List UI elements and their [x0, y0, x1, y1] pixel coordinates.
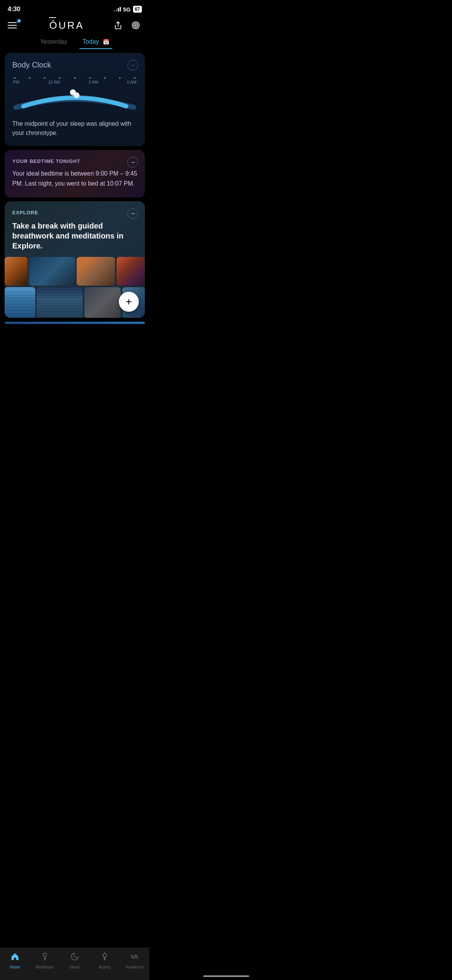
plus-icon: + — [126, 296, 132, 307]
main-content: Body Clock → PM 12 AM 3 AM — [0, 53, 150, 362]
explore-image-5[interactable] — [5, 287, 35, 318]
signal-bars — [114, 7, 121, 12]
body-clock-title: Body Clock — [12, 61, 137, 69]
target-button[interactable] — [130, 19, 142, 31]
menu-line-3 — [8, 28, 17, 28]
network-label: 5G — [123, 6, 131, 13]
menu-line-1 — [8, 22, 17, 23]
timeline-dot — [104, 77, 106, 79]
svg-point-2 — [134, 23, 138, 28]
explore-image-2[interactable] — [29, 257, 75, 286]
svg-point-3 — [135, 25, 136, 26]
explore-title: Take a break with guided breathwork and … — [12, 221, 137, 251]
bedtime-description: Your ideal bedtime is between 9:00 PM – … — [12, 169, 137, 188]
timeline-dot — [29, 77, 31, 79]
time-label-pm: PM — [13, 80, 20, 84]
status-right: 5G 67 — [114, 6, 142, 13]
timeline-dot — [119, 77, 121, 79]
share-button[interactable] — [112, 19, 124, 31]
explore-image-4[interactable] — [117, 257, 145, 286]
bedtime-arrow[interactable]: → — [127, 157, 138, 168]
explore-image-7[interactable] — [84, 287, 121, 318]
time-label-12am: 12 AM — [48, 80, 60, 84]
tab-today[interactable]: Today 📅 — [82, 38, 109, 49]
signal-bar-2 — [116, 9, 117, 12]
nav-tabs: Yesterday Today 📅 — [0, 37, 150, 49]
timeline-dot — [89, 77, 91, 79]
body-clock-arrow[interactable]: → — [127, 60, 138, 71]
time-label-3am: 3 AM — [89, 80, 98, 84]
signal-bar-3 — [118, 8, 119, 12]
svg-point-5 — [74, 92, 79, 98]
time-label-6am: 6 AM — [127, 80, 136, 84]
timeline-dot — [134, 77, 136, 79]
bedtime-title: YOUR BEDTIME TONIGHT — [12, 158, 137, 164]
calendar-icon: 📅 — [103, 39, 109, 45]
timeline-dot — [44, 77, 46, 79]
arrow-icon: → — [130, 62, 135, 68]
image-row-1 — [5, 257, 145, 286]
explore-label: EXPLORE — [12, 210, 137, 215]
tab-yesterday[interactable]: Yesterday — [40, 38, 67, 49]
timeline-dot — [74, 77, 76, 79]
menu-notification-dot — [17, 19, 21, 23]
explore-image-6[interactable] — [37, 287, 83, 318]
timeline-dot — [14, 77, 16, 79]
explore-card: EXPLORE → Take a break with guided breat… — [5, 201, 145, 318]
add-button[interactable]: + — [119, 292, 139, 312]
battery-container: 67 — [133, 6, 142, 13]
status-bar: 4:30 5G 67 — [0, 0, 150, 15]
image-row-2: + — [5, 287, 145, 318]
explore-arrow[interactable]: → — [127, 208, 138, 219]
timeline-dot — [59, 77, 61, 79]
arrow-icon: → — [130, 159, 136, 166]
signal-bar-4 — [120, 7, 121, 12]
body-clock-description: The midpoint of your sleep was aligned w… — [12, 119, 137, 138]
timeline-container: PM 12 AM 3 AM 6 AM — [9, 77, 140, 112]
progress-bar — [5, 322, 145, 324]
app-logo: ŌURA — [49, 20, 84, 31]
arrow-icon: → — [130, 210, 136, 217]
header-actions — [112, 19, 142, 31]
sleep-curve-svg — [12, 87, 137, 112]
explore-image-1[interactable] — [5, 257, 28, 286]
app-header: ŌURA — [0, 15, 150, 37]
battery-level: 67 — [135, 7, 140, 12]
explore-image-3[interactable] — [77, 257, 115, 286]
menu-button[interactable] — [8, 18, 21, 32]
bedtime-card: YOUR BEDTIME TONIGHT → Your ideal bedtim… — [5, 150, 145, 197]
status-time: 4:30 — [8, 5, 20, 13]
body-clock-card: Body Clock → PM 12 AM 3 AM — [5, 53, 145, 146]
explore-images: + — [5, 257, 145, 318]
menu-line-2 — [8, 25, 17, 26]
signal-bar-1 — [114, 10, 115, 12]
